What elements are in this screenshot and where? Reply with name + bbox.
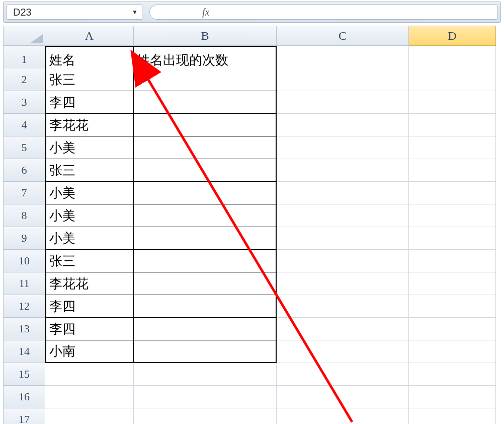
name-box[interactable]: D23 ▼ <box>7 5 142 20</box>
row-header-8[interactable]: 8 <box>3 204 45 227</box>
cell-B3[interactable] <box>134 91 277 114</box>
row-header-6[interactable]: 6 <box>3 159 45 182</box>
cell-D6[interactable] <box>409 159 496 182</box>
cell-C7[interactable] <box>277 182 409 204</box>
cell-A12[interactable]: 李四 <box>45 295 134 318</box>
row-9: 9小美 <box>3 227 504 250</box>
cell-B2[interactable] <box>134 68 277 91</box>
row-header-10[interactable]: 10 <box>3 250 45 272</box>
cell-D2[interactable] <box>409 68 496 91</box>
cell-B13[interactable] <box>134 318 277 340</box>
cell-C8[interactable] <box>277 204 409 227</box>
cell-B10[interactable] <box>134 250 277 272</box>
row-header-3[interactable]: 3 <box>3 91 45 114</box>
cell-C14[interactable] <box>277 340 409 363</box>
cell-B9[interactable] <box>134 227 277 250</box>
cell-C5[interactable] <box>277 136 409 159</box>
row-13: 13李四 <box>3 318 504 340</box>
name-box-dropdown-icon[interactable]: ▼ <box>132 9 138 16</box>
select-all-corner[interactable] <box>3 26 45 46</box>
cell-C15[interactable] <box>277 363 409 386</box>
row-8: 8小美 <box>3 204 504 227</box>
cell-D15[interactable] <box>409 363 496 386</box>
cell-A15[interactable] <box>45 363 134 386</box>
cell-B12[interactable] <box>134 295 277 318</box>
cell-D14[interactable] <box>409 340 496 363</box>
body-rows: 1姓名姓名出现的次数2张三3李四4李花花5小美6张三7小美8小美9小美10张三1… <box>3 46 504 424</box>
formula-bar: D23 ▼ fx <box>3 2 501 23</box>
row-header-2[interactable]: 2 <box>3 68 45 91</box>
cell-B14[interactable] <box>134 340 277 363</box>
row-header-13[interactable]: 13 <box>3 318 45 340</box>
row-header-7[interactable]: 7 <box>3 182 45 204</box>
col-header-A[interactable]: A <box>45 26 134 46</box>
row-header-15[interactable]: 15 <box>3 363 45 386</box>
cell-A7[interactable]: 小美 <box>45 182 134 204</box>
cell-A11[interactable]: 李花花 <box>45 272 134 295</box>
cell-B16[interactable] <box>134 386 277 408</box>
cell-C3[interactable] <box>277 91 409 114</box>
cell-D10[interactable] <box>409 250 496 272</box>
row-header-4[interactable]: 4 <box>3 114 45 136</box>
cell-B17[interactable] <box>134 408 277 424</box>
cell-B11[interactable] <box>134 272 277 295</box>
cell-A17[interactable] <box>45 408 134 424</box>
cell-C16[interactable] <box>277 386 409 408</box>
cell-A4[interactable]: 李花花 <box>45 114 134 136</box>
cell-D9[interactable] <box>409 227 496 250</box>
cell-A6[interactable]: 张三 <box>45 159 134 182</box>
row-10: 10张三 <box>3 250 504 272</box>
row-header-11[interactable]: 11 <box>3 272 45 295</box>
row-14: 14小南 <box>3 340 504 363</box>
cell-D3[interactable] <box>409 91 496 114</box>
cell-B15[interactable] <box>134 363 277 386</box>
row-5: 5小美 <box>3 136 504 159</box>
col-header-B[interactable]: B <box>134 26 277 46</box>
row-17: 17 <box>3 408 504 424</box>
cell-D11[interactable] <box>409 272 496 295</box>
col-header-D[interactable]: D <box>409 26 496 46</box>
cell-D7[interactable] <box>409 182 496 204</box>
row-header-14[interactable]: 14 <box>3 340 45 363</box>
cell-A13[interactable]: 李四 <box>45 318 134 340</box>
cell-A5[interactable]: 小美 <box>45 136 134 159</box>
cell-C10[interactable] <box>277 250 409 272</box>
cell-C6[interactable] <box>277 159 409 182</box>
cell-B5[interactable] <box>134 136 277 159</box>
cell-A10[interactable]: 张三 <box>45 250 134 272</box>
cell-D4[interactable] <box>409 114 496 136</box>
cell-D17[interactable] <box>409 408 496 424</box>
cell-B7[interactable] <box>134 182 277 204</box>
row-header-12[interactable]: 12 <box>3 295 45 318</box>
cell-B4[interactable] <box>134 114 277 136</box>
cell-A9[interactable]: 小美 <box>45 227 134 250</box>
cell-C11[interactable] <box>277 272 409 295</box>
row-header-17[interactable]: 17 <box>3 408 45 424</box>
cell-A3[interactable]: 李四 <box>45 91 134 114</box>
cell-A14[interactable]: 小南 <box>45 340 134 363</box>
cell-D8[interactable] <box>409 204 496 227</box>
cell-A8[interactable]: 小美 <box>45 204 134 227</box>
cell-B6[interactable] <box>134 159 277 182</box>
cell-D13[interactable] <box>409 318 496 340</box>
cell-C12[interactable] <box>277 295 409 318</box>
col-header-C[interactable]: C <box>277 26 409 46</box>
cell-C4[interactable] <box>277 114 409 136</box>
fx-icon[interactable]: fx <box>157 7 214 18</box>
cell-C2[interactable] <box>277 68 409 91</box>
row-header-16[interactable]: 16 <box>3 386 45 408</box>
cell-D16[interactable] <box>409 386 496 408</box>
cell-A2[interactable]: 张三 <box>45 68 134 91</box>
cell-B8[interactable] <box>134 204 277 227</box>
row-header-5[interactable]: 5 <box>3 136 45 159</box>
row-15: 15 <box>3 363 504 386</box>
cell-D12[interactable] <box>409 295 496 318</box>
cell-C13[interactable] <box>277 318 409 340</box>
row-header-9[interactable]: 9 <box>3 227 45 250</box>
cell-A16[interactable] <box>45 386 134 408</box>
cell-C17[interactable] <box>277 408 409 424</box>
cell-C9[interactable] <box>277 227 409 250</box>
column-headers-row: A B C D <box>3 26 504 46</box>
cell-D5[interactable] <box>409 136 496 159</box>
formula-input[interactable] <box>214 5 497 19</box>
